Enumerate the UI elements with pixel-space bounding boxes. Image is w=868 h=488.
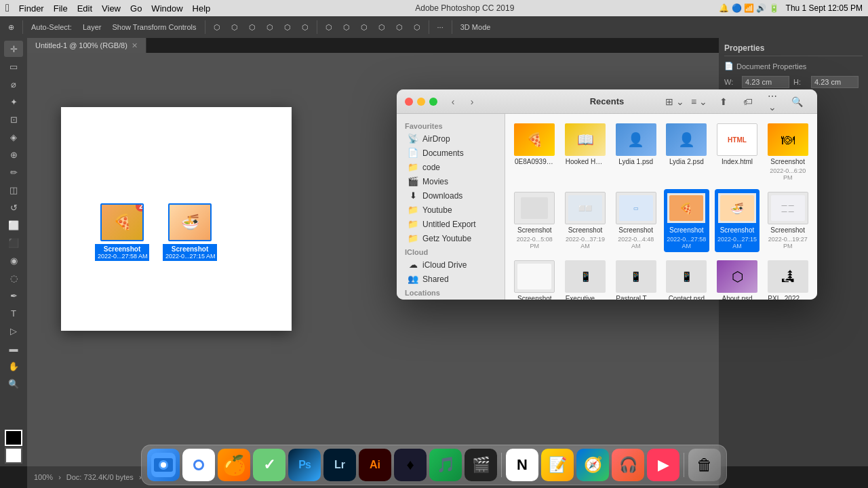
tool-eraser[interactable]: ⬜ xyxy=(4,217,23,233)
tool-type[interactable]: T xyxy=(4,305,23,321)
sidebar-item-code[interactable]: 📁 code xyxy=(399,160,502,174)
dock-headphones[interactable]: 🎧 xyxy=(612,449,644,481)
apple-menu[interactable]:  xyxy=(5,2,9,14)
file-item-ss-blue[interactable]: ▭ Screenshot 2022-0...4:48 AM xyxy=(613,189,658,252)
file-item-video[interactable]: 🏞 PXL_20220313_042335123.mp4 xyxy=(765,258,810,300)
ps-distribute-4[interactable]: ⬡ xyxy=(374,19,389,35)
ps-move-tool[interactable]: ⊕ xyxy=(4,19,18,35)
dock-safari[interactable]: 🧭 xyxy=(576,449,609,481)
tool-crop[interactable]: ⊡ xyxy=(4,111,23,127)
tool-hand[interactable]: ✋ xyxy=(4,358,23,374)
tool-shape[interactable]: ▬ xyxy=(4,340,23,357)
menu-edit[interactable]: Edit xyxy=(77,3,92,14)
ps-align-left[interactable]: ⬡ xyxy=(210,19,224,35)
tool-move[interactable]: ✛ xyxy=(4,41,23,57)
height-input[interactable] xyxy=(811,76,859,88)
tool-zoom[interactable]: 🔍 xyxy=(4,375,23,392)
sidebar-item-youtube[interactable]: 📁 Youtube xyxy=(399,203,502,217)
dragged-file-1[interactable]: 🍕 2 Screenshot 2022-0...27:58 AM xyxy=(95,203,149,261)
ps-transform-btn[interactable]: Show Transform Controls xyxy=(108,19,200,35)
tool-pen[interactable]: ✒ xyxy=(4,287,23,304)
sidebar-item-icloud-drive[interactable]: ☁ iCloud Drive xyxy=(399,258,502,272)
menu-go[interactable]: Go xyxy=(130,3,142,14)
tool-eyedropper[interactable]: ◈ xyxy=(4,129,23,145)
file-item-lydia2[interactable]: 👤 Lydia 2.psd xyxy=(664,121,709,184)
ps-align-bottom[interactable]: ⬡ xyxy=(298,19,313,35)
file-item-ss-desk[interactable]: ⬜⬜ Screenshot 2022-0...37:19 AM xyxy=(563,189,608,252)
search-btn[interactable]: 🔍 xyxy=(787,94,806,110)
ps-layer-select[interactable]: Layer xyxy=(79,19,106,35)
file-item-ss-selected1[interactable]: 🍕 Screenshot 2022-0...27:58 AM xyxy=(664,189,709,252)
doc-tab[interactable]: Untitled-1 @ 100% (RGB/8) ✕ xyxy=(27,38,146,53)
tool-magic-wand[interactable]: ✦ xyxy=(4,94,23,110)
file-item-contact[interactable]: 📱 Contact.psd xyxy=(664,258,709,300)
tool-path-select[interactable]: ▷ xyxy=(4,323,23,339)
file-item-pastoral[interactable]: 📱 Pastoral Team.psd xyxy=(613,258,658,300)
ps-extra-btn[interactable]: ··· xyxy=(433,19,448,35)
sidebar-item-getz-youtube[interactable]: 📁 Getz Youtube xyxy=(399,231,502,245)
menu-view[interactable]: View xyxy=(102,3,121,14)
dock-lightroom[interactable]: Lr xyxy=(323,449,356,481)
ps-distribute-2[interactable]: ⬡ xyxy=(339,19,354,35)
file-item-ss-code[interactable]: — —— — Screenshot 2022-0...19:27 PM xyxy=(765,189,810,252)
file-item-ss-selected2[interactable]: 🍜 Screenshot 2022-0...27:15 AM xyxy=(715,189,760,252)
menu-window[interactable]: Window xyxy=(151,3,182,14)
minimize-button[interactable] xyxy=(417,98,425,106)
tag-btn[interactable]: 🏷 xyxy=(738,94,757,110)
doc-tab-close[interactable]: ✕ xyxy=(132,41,138,50)
dock-chrome[interactable] xyxy=(182,449,215,481)
file-item-lydia1[interactable]: 👤 Lydia 1.psd xyxy=(613,121,658,184)
file-item-exec[interactable]: 📱 Executive Team.psd xyxy=(563,258,608,300)
menu-finder[interactable]: Finder xyxy=(19,3,44,14)
view-list-btn[interactable]: ≡ ⌄ xyxy=(690,94,709,110)
ps-distribute-5[interactable]: ⬡ xyxy=(392,19,407,35)
sidebar-item-untitled-export[interactable]: 📁 Untitled Export xyxy=(399,217,502,231)
foreground-color[interactable] xyxy=(5,430,22,446)
dock-tasks[interactable]: ✓ xyxy=(253,449,285,481)
file-item-ss-food2[interactable]: 🍽 Screenshot 2022-0...6:20 PM xyxy=(765,121,810,184)
dragged-file-2[interactable]: 🍜 Screenshot 2022-0...27:15 AM xyxy=(163,203,217,261)
background-color[interactable] xyxy=(5,447,22,464)
ps-align-top[interactable]: ⬡ xyxy=(262,19,277,35)
ps-align-center-h[interactable]: ⬡ xyxy=(227,19,242,35)
close-button[interactable] xyxy=(405,98,413,106)
tool-blur[interactable]: ◉ xyxy=(4,252,23,268)
dock-fruits[interactable]: 🍊 xyxy=(218,449,250,481)
tool-history-brush[interactable]: ↺ xyxy=(4,199,23,216)
more-btn[interactable]: ⋯ ⌄ xyxy=(763,94,782,110)
sidebar-item-downloads[interactable]: ⬇ Downloads xyxy=(399,188,502,203)
menu-help[interactable]: Help xyxy=(193,3,211,14)
menu-file[interactable]: File xyxy=(54,3,68,14)
dock-spotify[interactable]: 🎵 xyxy=(429,449,462,481)
back-button[interactable]: ‹ xyxy=(446,94,460,109)
ps-distribute[interactable]: ⬡ xyxy=(321,19,336,35)
file-item-about[interactable]: ⬡ About.psd xyxy=(715,258,760,300)
file-item-hooked[interactable]: 📖 Hooked How to Build Ha...org).pdf xyxy=(563,121,608,184)
share-btn[interactable]: ⬆ xyxy=(714,94,733,110)
sidebar-item-network[interactable]: 🌐 Network xyxy=(399,298,502,300)
forward-button[interactable]: › xyxy=(465,94,479,109)
dock-video[interactable]: 🎬 xyxy=(465,449,497,481)
tool-lasso[interactable]: ⌀ xyxy=(4,76,23,92)
sidebar-item-documents[interactable]: 📄 Documents xyxy=(399,146,502,160)
file-item-ss-white[interactable]: Screenshot 2022-0...01:08 PM xyxy=(512,258,557,300)
tool-brush[interactable]: ✏ xyxy=(4,164,23,180)
dock-photoshop[interactable]: Ps xyxy=(288,449,321,481)
sidebar-item-shared[interactable]: 👥 Shared xyxy=(399,272,502,286)
tool-gradient[interactable]: ⬛ xyxy=(4,235,23,251)
maximize-button[interactable] xyxy=(429,98,437,106)
ps-distribute-6[interactable]: ⬡ xyxy=(410,19,425,35)
dock-finder[interactable] xyxy=(147,449,180,481)
dock-notes[interactable]: 📝 xyxy=(541,449,574,481)
view-icon-btn[interactable]: ⊞ ⌄ xyxy=(665,94,684,110)
dock-davinci[interactable]: ♦ xyxy=(394,449,427,481)
sidebar-item-movies[interactable]: 🎬 Movies xyxy=(399,174,502,188)
file-item-index-html[interactable]: HTML Index.html xyxy=(715,121,760,184)
file-item-0e8a[interactable]: 🍕 0E8A0939.jpg xyxy=(512,121,557,184)
dock-music-play[interactable]: ▶ xyxy=(647,449,679,481)
ps-distribute-3[interactable]: ⬡ xyxy=(357,19,372,35)
tool-select-rect[interactable]: ▭ xyxy=(4,58,23,75)
file-item-ss-gray[interactable]: Screenshot 2022-0...5:08 PM xyxy=(512,189,557,252)
ps-3d-mode-btn[interactable]: 3D Mode xyxy=(456,19,495,35)
dock-trash[interactable]: 🗑 xyxy=(688,449,721,481)
